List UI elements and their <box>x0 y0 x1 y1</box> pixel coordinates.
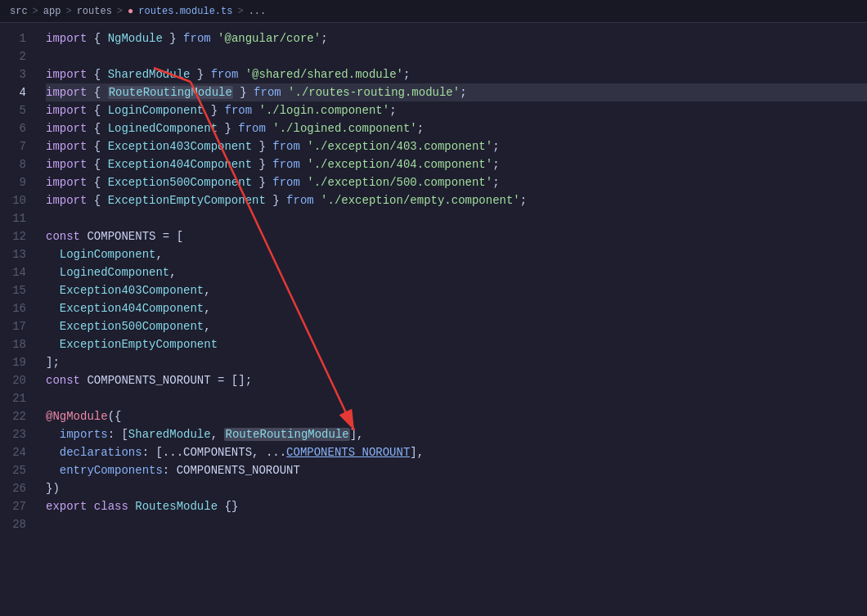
breadcrumb-src[interactable]: src <box>10 6 28 17</box>
code-line-13: LoginComponent, <box>46 245 867 263</box>
line-num: 5 <box>7 101 26 119</box>
breadcrumb-routes[interactable]: routes <box>77 6 112 17</box>
breadcrumb-file[interactable]: routes.module.ts <box>138 6 232 17</box>
code-line-22: @NgModule({ <box>46 407 867 425</box>
code-editor: 1 2 3 4 5 6 7 8 9 10 11 12 13 14 15 16 1… <box>0 23 867 616</box>
code-line-20: const COMPONENTS_NOROUNT = []; <box>46 371 867 389</box>
code-line-1: import { NgModule } from '@angular/core'… <box>46 29 867 47</box>
breadcrumb: src > app > routes > ● routes.module.ts … <box>0 0 867 23</box>
code-line-21 <box>46 389 867 407</box>
code-line-2 <box>46 47 867 65</box>
code-line-17: Exception500Component, <box>46 317 867 335</box>
line-num: 28 <box>7 515 26 533</box>
line-num: 23 <box>7 425 26 443</box>
code-line-11 <box>46 209 867 227</box>
line-num: 14 <box>7 263 26 281</box>
sep4: > <box>237 6 243 17</box>
breadcrumb-app[interactable]: app <box>43 6 61 17</box>
code-line-6: import { LoginedComponent } from './logi… <box>46 119 867 137</box>
line-num: 3 <box>7 65 26 83</box>
line-num: 19 <box>7 353 26 371</box>
line-num: 7 <box>7 137 26 155</box>
code-line-12: const COMPONENTS = [ <box>46 227 867 245</box>
line-num: 4 <box>7 83 26 101</box>
line-num: 17 <box>7 317 26 335</box>
code-line-9: import { Exception500Component } from '.… <box>46 173 867 191</box>
code-line-26: }) <box>46 479 867 497</box>
line-num: 16 <box>7 299 26 317</box>
line-num: 21 <box>7 389 26 407</box>
line-num: 24 <box>7 443 26 461</box>
code-line-16: Exception404Component, <box>46 299 867 317</box>
code-line-19: ]; <box>46 353 867 371</box>
code-line-3: import { SharedModule } from '@shared/sh… <box>46 65 867 83</box>
breadcrumb-ellipsis: ... <box>249 6 267 17</box>
line-num: 13 <box>7 245 26 263</box>
code-line-10: import { ExceptionEmptyComponent } from … <box>46 191 867 209</box>
line-num: 8 <box>7 155 26 173</box>
line-num: 25 <box>7 461 26 479</box>
code-line-27: export class RoutesModule {} <box>46 497 867 515</box>
code-line-18: ExceptionEmptyComponent <box>46 335 867 353</box>
code-line-5: import { LoginComponent } from './login.… <box>46 101 867 119</box>
code-line-28 <box>46 515 867 533</box>
line-num: 20 <box>7 371 26 389</box>
sep1: > <box>33 6 38 17</box>
line-num: 12 <box>7 227 26 245</box>
sep3: > <box>117 6 123 17</box>
line-num: 15 <box>7 281 26 299</box>
code-line-23: imports: [SharedModule, RouteRoutingModu… <box>46 425 867 443</box>
line-num: 10 <box>7 191 26 209</box>
code-line-15: Exception403Component, <box>46 281 867 299</box>
code-line-4: import { RouteRoutingModule } from './ro… <box>46 83 867 101</box>
code-line-8: import { Exception404Component } from '.… <box>46 155 867 173</box>
line-num: 6 <box>7 119 26 137</box>
line-num: 22 <box>7 407 26 425</box>
line-num: 26 <box>7 479 26 497</box>
line-num: 18 <box>7 335 26 353</box>
sep2: > <box>65 6 71 17</box>
code-line-14: LoginedComponent, <box>46 263 867 281</box>
code-line-24: declarations: [...COMPONENTS, ...COMPONE… <box>46 443 867 461</box>
line-num: 1 <box>7 29 26 47</box>
angular-icon: ● <box>128 6 133 17</box>
line-numbers: 1 2 3 4 5 6 7 8 9 10 11 12 13 14 15 16 1… <box>0 23 39 616</box>
code-line-7: import { Exception403Component } from '.… <box>46 137 867 155</box>
line-num: 9 <box>7 173 26 191</box>
line-num: 27 <box>7 497 26 515</box>
line-num: 11 <box>7 209 26 227</box>
line-num: 2 <box>7 47 26 65</box>
code-lines: import { NgModule } from '@angular/core'… <box>39 23 867 616</box>
code-line-25: entryComponents: COMPONENTS_NOROUNT <box>46 461 867 479</box>
